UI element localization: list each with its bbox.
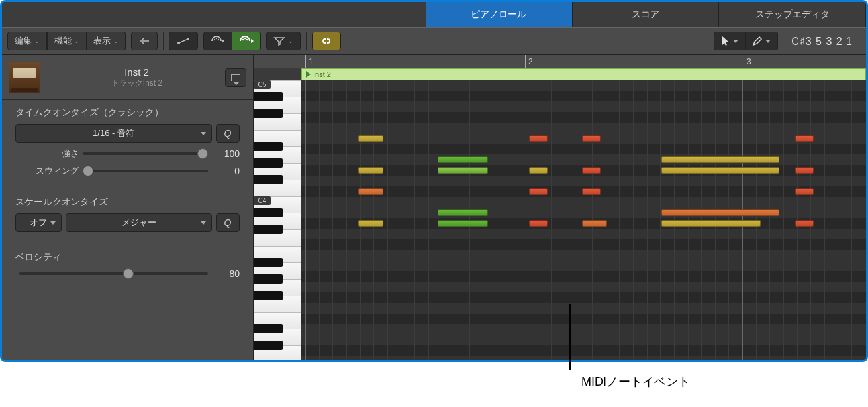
velocity-label: ベロシティ bbox=[15, 251, 240, 263]
tab-score[interactable]: スコア bbox=[573, 2, 720, 27]
midi-note[interactable] bbox=[661, 167, 779, 174]
pencil-tool[interactable] bbox=[746, 32, 778, 50]
chord-display: C♯3 5 3 2 1 bbox=[783, 35, 861, 48]
functions-menu[interactable]: 機能⌄ bbox=[47, 32, 87, 50]
tab-step-editor[interactable]: ステップエディタ bbox=[719, 2, 866, 27]
strength-label: 強さ bbox=[15, 148, 79, 160]
midi-note[interactable] bbox=[438, 220, 488, 227]
callout: MIDIノートイベント bbox=[0, 362, 868, 402]
bar-marker-2: 2 bbox=[525, 55, 533, 68]
swing-label: スウィング bbox=[15, 165, 79, 177]
velocity-slider[interactable] bbox=[19, 272, 208, 275]
tab-piano-roll[interactable]: ピアノロール bbox=[426, 2, 573, 27]
callout-text: MIDIノートイベント bbox=[581, 374, 690, 390]
midi-note[interactable] bbox=[358, 220, 383, 227]
scale-root-select[interactable]: オフ bbox=[15, 213, 62, 232]
svg-point-6 bbox=[244, 38, 246, 39]
midi-note[interactable] bbox=[795, 220, 814, 227]
scale-type-select[interactable]: メジャー bbox=[66, 213, 212, 232]
midi-note[interactable] bbox=[358, 188, 383, 195]
track-name: Inst 2 bbox=[48, 66, 225, 78]
swing-slider[interactable] bbox=[83, 170, 208, 172]
svg-point-4 bbox=[218, 39, 219, 40]
midi-note[interactable] bbox=[438, 209, 488, 216]
track-subtitle: トラックInst 2 bbox=[48, 78, 225, 89]
midi-note[interactable] bbox=[582, 220, 607, 227]
scale-quantize-label: スケールクオンタイズ bbox=[15, 196, 240, 208]
toolbar: 編集⌄ 機能⌄ 表示⌄ ⌄ bbox=[2, 27, 866, 55]
midi-note[interactable] bbox=[529, 135, 548, 142]
editor-tabs: ピアノロール スコア ステップエディタ bbox=[2, 2, 866, 27]
collapse-button[interactable] bbox=[131, 32, 158, 50]
midi-note[interactable] bbox=[438, 156, 488, 163]
svg-point-5 bbox=[242, 39, 244, 40]
velocity-value[interactable]: 80 bbox=[212, 268, 240, 279]
swing-value[interactable]: 0 bbox=[212, 166, 240, 176]
midi-note[interactable] bbox=[529, 220, 548, 227]
view-menu[interactable]: 表示⌄ bbox=[87, 32, 126, 50]
track-header: Inst 2 トラックInst 2 bbox=[2, 55, 253, 100]
strength-value[interactable]: 100 bbox=[212, 148, 240, 159]
midi-note[interactable] bbox=[582, 135, 601, 142]
region-name: Inst 2 bbox=[313, 70, 331, 78]
midi-note[interactable] bbox=[358, 135, 383, 142]
midi-out-button[interactable] bbox=[232, 32, 261, 50]
midi-note[interactable] bbox=[529, 167, 548, 174]
midi-note[interactable] bbox=[795, 135, 814, 142]
midi-in-button[interactable] bbox=[203, 32, 232, 50]
midi-note[interactable] bbox=[661, 209, 779, 216]
instrument-icon bbox=[9, 62, 40, 93]
midi-note[interactable] bbox=[582, 188, 601, 195]
midi-note[interactable] bbox=[582, 167, 601, 174]
svg-point-7 bbox=[246, 39, 248, 40]
automation-button[interactable] bbox=[169, 32, 198, 50]
play-icon bbox=[306, 71, 311, 78]
quantize-button[interactable]: Q bbox=[216, 124, 240, 143]
bar-ruler[interactable]: 1 2 3 bbox=[301, 55, 866, 68]
callout-line bbox=[569, 304, 571, 370]
time-quantize-label: タイムクオンタイズ（クラシック） bbox=[15, 107, 240, 119]
region-header[interactable]: Inst 2 bbox=[301, 68, 866, 80]
midi-note[interactable] bbox=[661, 156, 779, 163]
midi-note[interactable] bbox=[795, 167, 814, 174]
midi-note[interactable] bbox=[795, 188, 814, 195]
edit-menu[interactable]: 編集⌄ bbox=[7, 32, 47, 50]
scale-quantize-button[interactable]: Q bbox=[216, 213, 240, 232]
quantize-select[interactable]: 1/16 - 音符 bbox=[15, 124, 212, 143]
midi-note[interactable] bbox=[438, 167, 488, 174]
bar-marker-3: 3 bbox=[744, 55, 751, 68]
strength-slider[interactable] bbox=[83, 152, 208, 155]
midi-note[interactable] bbox=[661, 220, 761, 227]
midi-note[interactable] bbox=[358, 167, 383, 174]
filter-button[interactable]: ⌄ bbox=[266, 32, 301, 50]
bar-marker-1: 1 bbox=[305, 55, 313, 68]
midi-note[interactable] bbox=[529, 188, 548, 195]
link-button[interactable] bbox=[312, 32, 341, 50]
pointer-tool[interactable] bbox=[714, 32, 746, 50]
main-area: Inst 2 トラックInst 2 タイムクオンタイズ（クラシック） 1/16 … bbox=[2, 55, 866, 360]
catch-button[interactable] bbox=[225, 68, 246, 87]
note-grid[interactable] bbox=[301, 80, 866, 360]
inspector-panel: Inst 2 トラックInst 2 タイムクオンタイズ（クラシック） 1/16 … bbox=[2, 55, 254, 360]
svg-point-3 bbox=[216, 38, 217, 39]
tab-spacer bbox=[2, 2, 426, 27]
piano-keyboard[interactable]: C5C4 bbox=[254, 55, 301, 360]
piano-roll-window: ピアノロール スコア ステップエディタ 編集⌄ 機能⌄ 表示⌄ ⌄ bbox=[0, 0, 868, 362]
note-grid-area: 1 2 3 Inst 2 bbox=[301, 55, 866, 360]
svg-point-2 bbox=[214, 39, 215, 40]
